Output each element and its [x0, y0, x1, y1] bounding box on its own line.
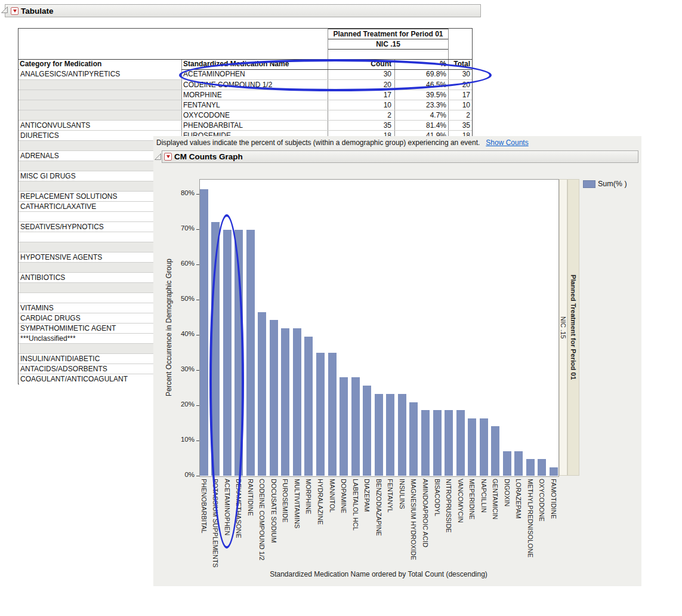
x-tick-label: FAMOTIDINE — [550, 479, 558, 519]
table-row: FENTANYL1023.3%10 — [18, 100, 472, 110]
bar-digoxin[interactable] — [503, 451, 511, 476]
medication-name-cell: FENTANYL — [182, 100, 328, 110]
table-row: MORPHINE1739.5%17 — [18, 90, 472, 100]
table-row: CODEINE COMPOUND 1/22046.5%20 — [18, 79, 472, 90]
col-header-pct: % — [395, 59, 446, 69]
x-tick-label: BISACODYL — [433, 479, 442, 516]
bar-benzodiazapine[interactable] — [375, 394, 383, 476]
y-axis-title: Percent Occurrence in Demographic Group — [163, 179, 174, 476]
bar-nitroprusside[interactable] — [445, 410, 453, 476]
note-line: Displayed values indicate the percent of… — [156, 138, 529, 147]
x-tick-label: BENZODIAZAPINE — [375, 479, 383, 536]
legend-swatch-icon[interactable] — [583, 180, 595, 188]
bar-gentamicin[interactable] — [491, 426, 499, 476]
x-tick-label: OXYCODONE — [538, 479, 546, 522]
percent-cell: 46.5% — [395, 80, 446, 90]
category-cell — [19, 80, 181, 90]
bar-phenobarbital[interactable] — [200, 189, 208, 476]
x-tick-label: NITROPRUSSIDE — [445, 479, 453, 532]
y-tick-mark — [196, 300, 199, 300]
tabulate-disclosure-triangle-icon[interactable] — [1, 6, 8, 14]
bar-acetaminophen[interactable] — [223, 230, 232, 476]
x-tick-label: RANITIDINE — [246, 479, 255, 516]
y-tick-mark — [196, 335, 199, 335]
total-cell: 2 — [449, 110, 470, 121]
bar-bisacodyl[interactable] — [433, 410, 442, 476]
percent-cell: 69.8% — [395, 69, 446, 79]
y-tick-mark — [196, 194, 199, 195]
count-cell: 35 — [328, 121, 391, 131]
bar-methylprednisolone[interactable] — [526, 459, 535, 476]
x-tick-label: METHYLPREDNISOLONE — [526, 479, 535, 558]
bar-dopamine[interactable] — [340, 377, 348, 476]
x-tick-label: MEPERIDINE — [468, 479, 476, 519]
category-cell: ANTICONVULSANTS — [19, 121, 181, 131]
x-axis-title: Standardized Medication Name ordered by … — [199, 570, 558, 578]
cm-counts-graph-title: CM Counts Graph — [174, 152, 243, 161]
x-tick-label: VANCOMYCIN — [456, 479, 465, 523]
cm-graph-red-triangle-menu-icon[interactable] — [164, 153, 172, 161]
bar-lorazepam[interactable] — [514, 451, 523, 476]
medication-name-cell: ACETAMINOPHEN — [182, 69, 328, 79]
table-row: ANTICONVULSANTSPHENOBARBITAL3581.4%35 — [18, 120, 472, 130]
total-cell: 30 — [449, 69, 470, 79]
bar-fentanyl[interactable] — [386, 394, 394, 476]
x-tick-label: HYDRALAZINE — [316, 479, 325, 525]
total-cell: 17 — [449, 90, 470, 100]
note-text: Displayed values indicate the percent of… — [156, 138, 480, 147]
y-tick-mark — [196, 476, 199, 476]
bar-amindoaproic-acid[interactable] — [421, 410, 430, 476]
x-tick-label: DIGOXIN — [503, 479, 511, 506]
x-tick-label: ACETAMINOPHEN — [223, 479, 232, 535]
group-level-strip: NIC .15 — [559, 179, 567, 476]
x-tick-label: DEXAMETHASONE — [234, 479, 243, 538]
y-tick-label: 30% — [172, 365, 195, 372]
y-tick-mark — [196, 370, 199, 371]
bar-famotidine[interactable] — [550, 467, 558, 476]
bar-oxycodone[interactable] — [538, 459, 546, 476]
category-cell — [19, 110, 181, 121]
bar-dexamethasone[interactable] — [234, 230, 243, 476]
bar-meperidine[interactable] — [468, 418, 476, 476]
x-tick-label: LABETALOL HCL — [351, 479, 360, 531]
bar-hydralazine[interactable] — [316, 353, 325, 476]
show-counts-link[interactable]: Show Counts — [486, 138, 528, 147]
bar-magnesium-hydroxide[interactable] — [409, 402, 418, 476]
group-level-label: NIC .15 — [560, 316, 567, 338]
x-tick-label: POTASSIUM SUPPLEMENTS — [211, 479, 220, 568]
bar-furosemide[interactable] — [281, 328, 289, 476]
total-cell: 35 — [449, 121, 470, 131]
bar-potassium-supplements[interactable] — [211, 222, 220, 476]
tabulate-red-triangle-menu-icon[interactable] — [11, 7, 18, 15]
bar-insulins[interactable] — [398, 394, 406, 476]
bar-labetalol-hcl[interactable] — [351, 377, 360, 476]
count-cell: 20 — [328, 80, 391, 90]
bar-ranitidine[interactable] — [246, 230, 255, 476]
percent-cell: 39.5% — [395, 90, 446, 100]
total-cell: 10 — [449, 100, 470, 110]
count-cell: 30 — [328, 69, 391, 79]
group-span-header: NIC .15 — [328, 39, 449, 50]
bar-vancomycin[interactable] — [456, 410, 465, 476]
y-tick-mark — [196, 229, 199, 230]
bar-docusate-sodium[interactable] — [270, 320, 278, 476]
bar-morphine[interactable] — [304, 337, 313, 476]
bar-diazepam[interactable] — [363, 386, 371, 476]
category-cell: ANALGESICS/ANTIPYRETICS — [19, 69, 181, 79]
x-tick-label: MULTIVITAMINS — [293, 479, 301, 528]
bar-napcillin[interactable] — [480, 418, 488, 476]
x-tick-label: DIAZEPAM — [363, 479, 371, 512]
y-tick-label: 70% — [172, 224, 195, 232]
cm-counts-graph-header: CM Counts Graph — [162, 150, 638, 163]
count-cell: 2 — [328, 110, 391, 121]
bar-codeine-compound-1-2[interactable] — [258, 312, 266, 476]
group-header-strip: Planned Treatment for Period 01 — [567, 179, 579, 476]
medication-name-cell: CODEINE COMPOUND 1/2 — [182, 80, 328, 90]
bar-multivitamins[interactable] — [293, 328, 301, 476]
cm-graph-disclosure-triangle-icon[interactable] — [154, 153, 162, 161]
bar-mannitol[interactable] — [328, 353, 337, 476]
tabulate-panel-header: Tabulate — [5, 4, 481, 17]
legend-label: Sum(% ) — [598, 180, 627, 188]
table-row: ANALGESICS/ANTIPYRETICSACETAMINOPHEN3069… — [18, 69, 472, 79]
y-tick-label: 10% — [172, 436, 195, 443]
